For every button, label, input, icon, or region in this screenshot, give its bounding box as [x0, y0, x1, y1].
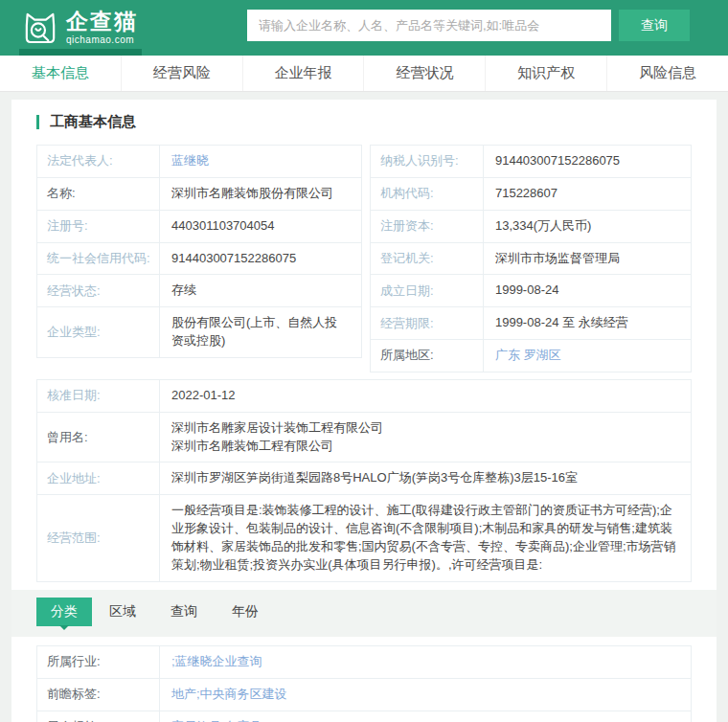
table-row: 登记机关: 深圳市市场监督管理局: [370, 243, 692, 276]
main-nav: 基本信息 经营风险 企业年报 经营状况 知识产权 风险信息: [0, 56, 728, 92]
section-title: 工商基本信息: [36, 113, 692, 131]
field-label: 机构代码:: [371, 178, 484, 210]
registration-left-table: 法定代表人: 蓝继晓 名称: 深圳市名雕装饰股份有限公司 注册号: 440301…: [36, 145, 362, 372]
field-label: 注册号:: [37, 211, 160, 242]
table-row: 企业类型: 股份有限公司(上市、自然人投资或控股): [36, 307, 362, 358]
registration-right-table: 纳税人识别号: 914403007152286075 机构代码: 7152286…: [370, 145, 692, 372]
active-tab-pointer-icon: [59, 625, 69, 635]
field-label: 统一社会信用代码:: [37, 243, 160, 275]
tab-operation-risk[interactable]: 经营风险: [121, 56, 242, 91]
brand-text: 企查猫 qichamao.com: [66, 11, 138, 45]
field-value: 存续: [160, 275, 361, 306]
tab-operation-status[interactable]: 经营状况: [363, 56, 485, 91]
filter-tab-query[interactable]: 查询: [153, 598, 215, 626]
table-row: 经营状态: 存续: [36, 275, 362, 307]
table-row: 注册号: 440301103704054: [36, 211, 362, 243]
table-row: 成立日期: 1999-08-24: [370, 275, 692, 307]
tags-table: 所属行业: ;蓝继晓企业查询 前瞻标签: 地产;中央商务区建设 展会标签: 家居…: [36, 645, 692, 722]
field-label: 法定代表人:: [37, 146, 160, 177]
exhibition-tags-link[interactable]: 家居饰品;名家具: [171, 718, 262, 722]
field-label: 经营状态:: [37, 275, 160, 306]
field-label: 所属行业:: [37, 646, 160, 678]
table-row: 所属地区: 广东 罗湖区: [370, 340, 692, 372]
filter-tabs: 分类 区域 查询 年份: [36, 598, 692, 626]
field-value: 13,334(万人民币): [484, 211, 691, 242]
field-label: 曾用名:: [37, 413, 160, 463]
filter-tab-region[interactable]: 区域: [92, 598, 153, 626]
field-value: 914403007152286075: [160, 243, 361, 275]
filter-tab-year[interactable]: 年份: [215, 598, 276, 626]
brand-logo[interactable]: 企查猫 qichamao.com: [21, 9, 138, 47]
field-label: 所属地区:: [371, 340, 484, 372]
table-row: 机构代码: 715228607: [370, 178, 692, 211]
search-bar: 查询: [247, 10, 690, 41]
region-link[interactable]: 广东 罗湖区: [495, 347, 561, 365]
field-value: 深圳市名雕装饰股份有限公司: [160, 178, 361, 210]
table-row: 展会标签: 家居饰品;名家具: [36, 711, 692, 722]
field-value: 深圳市市场监督管理局: [484, 243, 691, 275]
field-value: 914403007152286075: [484, 146, 691, 177]
table-row: 经营范围: 一般经营项目是:装饰装修工程的设计、施工(取得建设行政主管部门的资质…: [36, 495, 692, 581]
tab-basic-info[interactable]: 基本信息: [0, 56, 121, 91]
search-button[interactable]: 查询: [619, 10, 690, 41]
table-row: 经营期限: 1999-08-24 至 永续经营: [370, 307, 692, 340]
legal-representative-link[interactable]: 蓝继晓: [171, 152, 209, 170]
field-value: 2022-01-12: [160, 380, 691, 412]
tab-annual-report[interactable]: 企业年报: [242, 56, 364, 91]
registration-full-table: 核准日期: 2022-01-12 曾用名: 深圳市名雕家居设计装饰工程有限公司 …: [36, 379, 692, 582]
field-label: 纳税人识别号:: [371, 146, 484, 177]
field-value: 股份有限公司(上市、自然人投资或控股): [160, 307, 361, 357]
filter-tab-label: 分类: [51, 603, 78, 620]
table-row: 名称: 深圳市名雕装饰股份有限公司: [36, 178, 362, 211]
info-panel: 工商基本信息 法定代表人: 蓝继晓 名称: 深圳市名雕装饰股份有限公司 注册号:…: [11, 100, 717, 722]
industry-link[interactable]: ;蓝继晓企业查询: [171, 653, 262, 671]
table-row: 所属行业: ;蓝继晓企业查询: [36, 645, 692, 679]
table-row: 法定代表人: 蓝继晓: [36, 145, 362, 178]
field-label: 成立日期:: [371, 275, 484, 306]
registration-info-grid: 法定代表人: 蓝继晓 名称: 深圳市名雕装饰股份有限公司 注册号: 440301…: [36, 145, 692, 372]
table-row: 注册资本: 13,334(万人民币): [370, 211, 692, 243]
field-label: 企业类型:: [37, 307, 160, 357]
field-label: 名称:: [37, 178, 160, 210]
header-accent-strip: [19, 49, 142, 56]
field-label: 前瞻标签:: [37, 679, 160, 711]
table-row: 曾用名: 深圳市名雕家居设计装饰工程有限公司 深圳市名雕装饰工程有限公司: [36, 413, 692, 463]
search-input[interactable]: [247, 10, 611, 41]
field-value: 440301103704054: [160, 211, 361, 242]
field-value: 1999-08-24 至 永续经营: [484, 307, 691, 339]
field-label: 经营范围:: [37, 495, 160, 580]
table-row: 企业地址: 深圳市罗湖区笋岗街道梨园路8号HALO广场(笋岗3号仓库整栋)3层1…: [36, 463, 692, 495]
field-value: 715228607: [484, 178, 691, 210]
brand-domain: qichamao.com: [66, 35, 138, 45]
site-header: 企查猫 qichamao.com 查询: [0, 0, 728, 56]
former-name-line: 深圳市名雕装饰工程有限公司: [171, 438, 679, 456]
tab-intellectual-property[interactable]: 知识产权: [485, 56, 606, 91]
field-value: 1999-08-24: [484, 275, 691, 306]
field-label: 企业地址:: [37, 463, 160, 494]
filter-tab-category[interactable]: 分类: [36, 598, 92, 626]
former-name-line: 深圳市名雕家居设计装饰工程有限公司: [171, 419, 679, 438]
cat-magnifier-logo-icon: [21, 9, 59, 47]
foresight-tags-link[interactable]: 地产;中央商务区建设: [171, 686, 287, 704]
filter-band: 分类 区域 查询 年份: [11, 590, 717, 637]
table-row: 核准日期: 2022-01-12: [36, 379, 692, 413]
table-row: 统一社会信用代码: 914403007152286075: [36, 243, 362, 276]
business-scope-text: 一般经营项目是:装饰装修工程的设计、施工(取得建设行政主管部门的资质证书方可经营…: [160, 495, 691, 580]
field-label: 注册资本:: [371, 211, 484, 242]
former-names: 深圳市名雕家居设计装饰工程有限公司 深圳市名雕装饰工程有限公司: [160, 413, 691, 463]
field-label: 经营期限:: [371, 307, 484, 339]
brand-name: 企查猫: [66, 11, 138, 33]
page-content: 工商基本信息 法定代表人: 蓝继晓 名称: 深圳市名雕装饰股份有限公司 注册号:…: [0, 92, 728, 722]
field-label: 展会标签:: [37, 711, 160, 722]
field-label: 核准日期:: [37, 380, 160, 412]
field-label: 登记机关:: [371, 243, 484, 275]
table-row: 纳税人识别号: 914403007152286075: [370, 145, 692, 178]
title-accent-bar: [36, 115, 39, 129]
field-value: 深圳市罗湖区笋岗街道梨园路8号HALO广场(笋岗3号仓库整栋)3层15-16室: [160, 463, 691, 494]
page-title: 工商基本信息: [50, 113, 136, 131]
tab-risk-info[interactable]: 风险信息: [606, 56, 728, 91]
table-row: 前瞻标签: 地产;中央商务区建设: [36, 679, 692, 711]
